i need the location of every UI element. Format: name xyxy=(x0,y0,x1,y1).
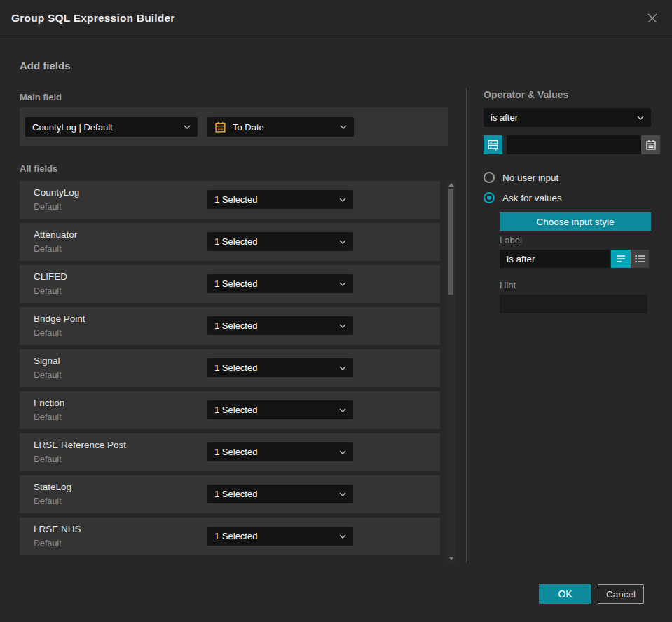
value-input[interactable] xyxy=(507,135,641,154)
title-bar: Group SQL Expression Builder xyxy=(0,0,672,36)
field-subtitle: Default xyxy=(34,202,62,212)
main-field-value: CountyLog | Default xyxy=(32,122,178,133)
main-field-type-value: To Date xyxy=(233,122,334,133)
field-row: CLIFED Default 1 Selected xyxy=(20,265,440,303)
main-field-panel: CountyLog | Default To Date xyxy=(20,107,448,146)
field-selection-dropdown[interactable]: 1 Selected xyxy=(207,442,353,461)
scrollbar-thumb[interactable] xyxy=(448,189,453,295)
close-button[interactable] xyxy=(644,10,661,27)
field-subtitle: Default xyxy=(34,370,62,380)
operator-value: is after xyxy=(491,112,631,123)
list-scrollbar[interactable] xyxy=(446,180,455,563)
chevron-down-icon xyxy=(339,240,346,244)
field-row: LRSE Reference Post Default 1 Selected xyxy=(20,433,440,471)
chevron-down-icon xyxy=(339,324,346,328)
field-name: LRSE Reference Post xyxy=(34,440,126,450)
chevron-down-icon xyxy=(340,125,347,129)
scroll-up-arrow-icon[interactable] xyxy=(448,183,454,187)
field-selection-value: 1 Selected xyxy=(214,489,334,499)
field-selection-dropdown[interactable]: 1 Selected xyxy=(207,274,353,293)
field-selection-dropdown[interactable]: 1 Selected xyxy=(207,358,353,377)
add-fields-heading: Add fields xyxy=(20,60,71,72)
field-name: Bridge Point xyxy=(34,313,85,324)
field-subtitle: Default xyxy=(34,454,62,464)
chevron-down-icon xyxy=(184,125,191,129)
bullet-list-icon xyxy=(635,254,645,264)
stacked-values-icon xyxy=(487,139,499,151)
field-selection-value: 1 Selected xyxy=(214,236,334,247)
choose-input-style-button[interactable]: Choose input style xyxy=(500,212,651,231)
chevron-down-icon xyxy=(339,534,346,539)
all-fields-label: All fields xyxy=(20,163,57,174)
radio-selected-icon xyxy=(484,192,495,203)
field-selection-value: 1 Selected xyxy=(214,405,334,415)
field-subtitle: Default xyxy=(34,496,62,506)
field-subtitle: Default xyxy=(34,244,62,254)
date-picker-button[interactable] xyxy=(641,135,660,154)
field-selection-value: 1 Selected xyxy=(214,278,334,289)
field-selection-dropdown[interactable]: 1 Selected xyxy=(207,232,353,251)
chevron-down-icon xyxy=(339,408,346,412)
chevron-down-icon xyxy=(339,450,346,454)
field-name: Signal xyxy=(34,356,60,366)
field-subtitle: Default xyxy=(34,412,62,422)
field-row: Friction Default 1 Selected xyxy=(20,391,440,429)
label-input[interactable] xyxy=(500,250,610,268)
operator-dropdown[interactable]: is after xyxy=(484,108,651,127)
close-icon xyxy=(646,12,659,25)
field-row: Signal Default 1 Selected xyxy=(20,349,440,387)
operator-values-heading: Operator & Values xyxy=(484,89,568,100)
field-row: Bridge Point Default 1 Selected xyxy=(20,307,440,345)
scroll-down-arrow-icon[interactable] xyxy=(448,557,454,560)
radio-icon xyxy=(484,172,495,183)
chevron-down-icon xyxy=(339,366,346,370)
field-subtitle: Default xyxy=(34,539,62,548)
field-name: Attenuator xyxy=(34,229,77,240)
field-subtitle: Default xyxy=(34,286,62,296)
field-selection-dropdown[interactable]: 1 Selected xyxy=(207,527,353,546)
field-selection-value: 1 Selected xyxy=(214,363,334,373)
field-row: Attenuator Default 1 Selected xyxy=(20,223,440,261)
field-selection-value: 1 Selected xyxy=(214,320,334,331)
field-row: LRSE NHS Default 1 Selected xyxy=(20,518,440,555)
main-field-label: Main field xyxy=(20,92,62,102)
field-selection-value: 1 Selected xyxy=(214,447,334,457)
multiple-values-button[interactable] xyxy=(484,135,502,154)
panel-divider xyxy=(466,88,467,563)
field-row: CountyLog Default 1 Selected xyxy=(20,181,440,219)
field-selection-value: 1 Selected xyxy=(214,194,334,205)
radio-ask-for-values-label: Ask for values xyxy=(502,193,562,203)
radio-no-user-input[interactable]: No user input xyxy=(484,172,558,183)
radio-ask-for-values[interactable]: Ask for values xyxy=(484,192,562,203)
chevron-down-icon xyxy=(339,492,346,496)
hint-field-label: Hint xyxy=(500,280,516,290)
cancel-button[interactable]: Cancel xyxy=(598,584,644,604)
label-field-label: Label xyxy=(500,235,522,245)
field-subtitle: Default xyxy=(34,328,62,338)
group-sql-expression-builder-dialog: Group SQL Expression Builder Add fields … xyxy=(0,0,672,622)
calendar-icon xyxy=(214,121,226,133)
ok-button[interactable]: OK xyxy=(539,584,591,604)
radio-no-user-input-label: No user input xyxy=(502,173,558,183)
single-value-style-button[interactable] xyxy=(611,250,631,268)
align-lines-icon xyxy=(616,254,626,264)
value-input-row xyxy=(484,135,651,154)
field-selection-value: 1 Selected xyxy=(214,531,334,541)
field-name: LRSE NHS xyxy=(34,524,81,534)
dialog-title: Group SQL Expression Builder xyxy=(11,12,175,25)
hint-input[interactable] xyxy=(500,295,647,313)
calendar-icon xyxy=(645,140,657,151)
main-field-dropdown[interactable]: CountyLog | Default xyxy=(25,117,198,137)
list-style-button[interactable] xyxy=(631,250,649,268)
chevron-down-icon xyxy=(637,116,644,120)
chevron-down-icon xyxy=(339,198,346,202)
field-selection-dropdown[interactable]: 1 Selected xyxy=(207,485,353,503)
field-name: CLIFED xyxy=(34,271,67,282)
main-field-type-dropdown[interactable]: To Date xyxy=(207,117,354,137)
field-selection-dropdown[interactable]: 1 Selected xyxy=(207,400,353,419)
field-selection-dropdown[interactable]: 1 Selected xyxy=(207,316,353,335)
chevron-down-icon xyxy=(339,282,346,286)
field-name: StateLog xyxy=(34,482,71,492)
field-name: CountyLog xyxy=(34,187,79,198)
field-selection-dropdown[interactable]: 1 Selected xyxy=(207,190,353,209)
